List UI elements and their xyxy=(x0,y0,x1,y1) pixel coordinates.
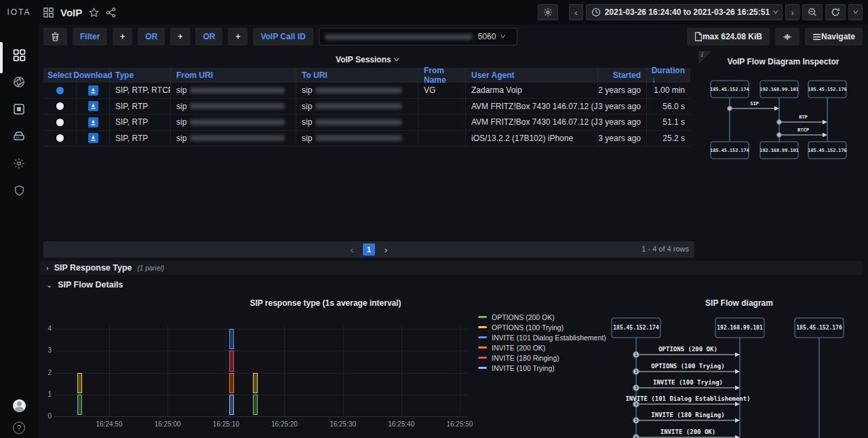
column-header-from-name[interactable]: From Name xyxy=(418,68,466,83)
legend-label: INVITE (100 Trying) xyxy=(492,364,555,372)
filter-button[interactable]: Filter xyxy=(73,28,107,45)
legend-item[interactable]: INVITE (101 Dialog Establishement) xyxy=(478,334,606,341)
share-icon[interactable] xyxy=(106,7,116,18)
max-size-button[interactable]: max 624.08 KiB xyxy=(687,28,770,45)
message-number: 2 xyxy=(635,369,637,374)
refresh-button[interactable] xyxy=(825,4,846,20)
node-ip-box: 185.45.152.174 xyxy=(710,148,749,153)
select-radio[interactable] xyxy=(56,134,64,142)
menu-icon xyxy=(812,33,821,41)
user-avatar[interactable] xyxy=(13,399,26,412)
legend-label: OPTIONS (100 Trying) xyxy=(492,323,564,332)
sidebar-item-storage[interactable] xyxy=(8,127,30,145)
bar-segment[interactable] xyxy=(229,329,234,349)
duration-cell: 1.00 min xyxy=(647,83,690,99)
sidebar-item-dashboards[interactable] xyxy=(8,46,30,64)
sidebar-item-settings[interactable] xyxy=(8,155,30,172)
bar-segment[interactable] xyxy=(77,395,82,415)
column-header-type[interactable]: Type xyxy=(110,68,171,83)
bar-segment[interactable] xyxy=(253,373,258,393)
legend-item[interactable]: INVITE (100 Trying) xyxy=(478,364,606,372)
voip-flow-inspector-panel: i VoIP Flow Diagram Inspector 185.45.152… xyxy=(698,51,868,159)
select-radio[interactable] xyxy=(56,87,64,94)
type-cell: SIP, RTP, RTCP xyxy=(110,83,171,99)
bar-segment[interactable] xyxy=(77,373,82,393)
table-row: SIP, RTPsipsipiOS/13.2.2 (17B102) iPhone… xyxy=(43,131,690,147)
prev-page-button[interactable]: ‹ xyxy=(351,245,353,255)
bar-segment[interactable] xyxy=(229,351,234,371)
sip-flow-title: SIP Flow diagram xyxy=(610,298,868,309)
time-range-picker[interactable]: 2021-03-26 16:24:40 to 2021-03-26 16:25:… xyxy=(586,4,783,20)
sidebar-item-archive[interactable] xyxy=(8,100,30,118)
node-ip-box: 185.45.152.174 xyxy=(613,325,659,331)
select-radio[interactable] xyxy=(56,102,64,110)
column-header-select[interactable]: Select xyxy=(43,68,77,83)
legend-item[interactable]: OPTIONS (200 OK) xyxy=(478,313,606,321)
type-cell: SIP, RTP xyxy=(110,115,171,131)
panel-info-corner-icon[interactable]: i xyxy=(698,51,712,64)
voip-sessions-title[interactable]: VoIP Sessions˅ xyxy=(43,53,690,66)
sidebar-item-capture[interactable] xyxy=(8,73,30,91)
bar-segment[interactable] xyxy=(229,395,234,415)
type-cell: SIP, RTP xyxy=(110,130,171,146)
next-page-button[interactable]: › xyxy=(384,245,387,255)
delete-filter-button[interactable] xyxy=(43,28,67,45)
message-label: RTCP xyxy=(797,127,809,133)
or-operator-button[interactable]: OR xyxy=(195,28,222,45)
navigate-button[interactable]: Navigate xyxy=(805,28,863,45)
column-header-download[interactable]: Download xyxy=(77,68,110,83)
voip-call-id-button[interactable]: VoIP Call ID xyxy=(253,28,313,45)
refresh-interval-dropdown[interactable]: ˅ xyxy=(848,4,863,20)
legend-item[interactable]: INVITE (180 Ringing) xyxy=(478,354,606,361)
time-shift-forward-button[interactable]: › xyxy=(785,4,799,20)
column-header-user-agent[interactable]: User Agent xyxy=(466,68,598,83)
legend-item[interactable]: INVITE (200 OK) xyxy=(478,344,606,351)
call-id-port: 5060 xyxy=(478,32,496,41)
voip-call-id-input[interactable]: 5060 ˅ xyxy=(319,28,517,45)
dashboard-grid-icon xyxy=(43,7,54,18)
row-sip-flow-details[interactable]: ⌄ SIP Flow Details xyxy=(41,279,129,291)
legend-label: INVITE (180 Ringing) xyxy=(492,354,559,362)
fit-width-button[interactable] xyxy=(775,28,800,45)
sidebar-item-security[interactable] xyxy=(8,182,30,199)
column-header-started[interactable]: Started xyxy=(598,68,647,83)
column-header-from-uri[interactable]: From URI xyxy=(171,68,296,83)
y-axis-tick: 3 xyxy=(41,346,52,354)
select-radio[interactable] xyxy=(56,119,64,126)
row-count-summary: 1 - 4 of 4 rows xyxy=(642,245,689,253)
compress-arrows-icon xyxy=(783,33,792,41)
iota-logo: IOTA xyxy=(0,7,38,17)
user-agent-cell: AVM FRITZ!Box 7430 146.07.12 (Jul ... xyxy=(466,115,598,131)
zoom-out-button[interactable] xyxy=(802,4,823,20)
duration-cell: 51.1 s xyxy=(647,115,690,131)
column-header-duration[interactable]: Duration ↓ xyxy=(647,68,690,83)
chevron-down-icon[interactable]: ˅ xyxy=(500,33,506,40)
legend-label: OPTIONS (200 OK) xyxy=(492,313,555,321)
add-filter-button[interactable]: + xyxy=(113,28,132,45)
select-cell xyxy=(43,83,77,99)
to-uri-cell: sip xyxy=(296,130,418,146)
help-icon[interactable]: ? xyxy=(13,422,25,434)
download-button[interactable] xyxy=(88,133,98,143)
bar-segment[interactable] xyxy=(253,395,258,415)
star-icon[interactable] xyxy=(89,7,99,18)
sip-flow-diagram: 185.45.152.174192.168.99.101185.45.152.1… xyxy=(610,309,868,438)
page-number-button[interactable]: 1 xyxy=(363,243,375,256)
add-filter-button[interactable]: + xyxy=(170,28,190,45)
download-button[interactable] xyxy=(88,117,98,127)
bar-segment[interactable] xyxy=(229,373,234,393)
or-operator-button[interactable]: OR xyxy=(138,28,165,45)
time-shift-back-button[interactable]: ‹ xyxy=(569,4,583,20)
download-icon xyxy=(90,87,96,94)
add-filter-button[interactable]: + xyxy=(228,28,248,45)
column-header-to-uri[interactable]: To URI xyxy=(296,68,418,83)
dashboard-settings-button[interactable] xyxy=(538,4,558,20)
download-button[interactable] xyxy=(88,101,98,111)
legend-label: INVITE (200 OK) xyxy=(492,344,545,352)
x-axis-tick: 16:25:50 xyxy=(446,420,473,428)
started-cell: 3 years ago xyxy=(598,115,647,131)
legend-item[interactable]: OPTIONS (100 Trying) xyxy=(478,323,606,331)
voip-sessions-panel: VoIP Sessions˅ SelectDownloadTypeFrom UR… xyxy=(43,53,690,146)
download-button[interactable] xyxy=(88,85,98,96)
row-sip-response-type[interactable]: › SIP Response Type (1 panel) xyxy=(41,261,863,275)
